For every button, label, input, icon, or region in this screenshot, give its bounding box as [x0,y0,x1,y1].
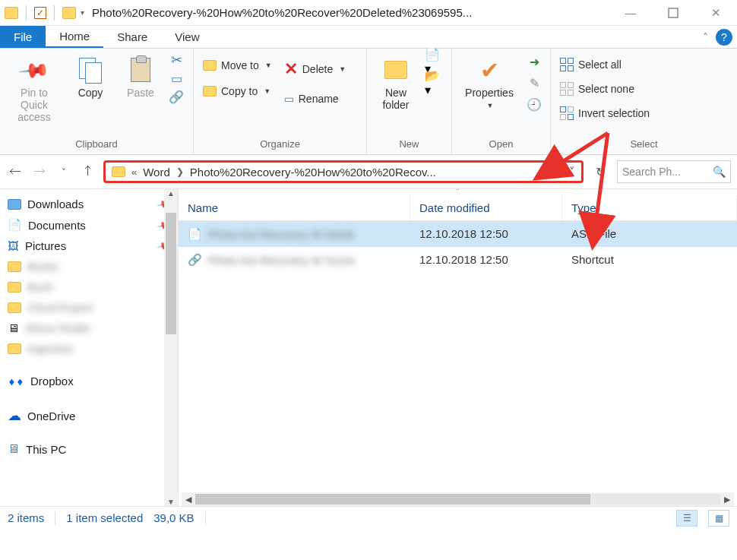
group-label: New [373,137,445,153]
pin-icon: 📌 [17,53,51,87]
view-thumbnails-button[interactable]: ▦ [708,510,729,527]
sidebar-item-documents[interactable]: 📄 Documents 📌 [3,214,175,236]
group-label: Organize [200,137,360,153]
check-icon: ✔ [480,57,499,84]
tab-share[interactable]: Share [103,26,161,48]
column-header-date[interactable]: Date modified [410,195,562,220]
edit-icon[interactable]: ✎ [527,76,542,90]
sidebar-item[interactable]: 🖥Altura Studio [3,318,175,338]
scrollbar-thumb[interactable] [195,494,590,505]
file-row[interactable]: 🔗Photo Ast Recovery W Score 12.10.2018 1… [179,247,737,273]
copy-path-icon[interactable]: ▭ [169,71,184,85]
sidebar-item[interactable]: Cloud Export [3,297,175,318]
pin-to-quick-access-button[interactable]: 📌 Pin to Quick access [6,53,62,123]
sidebar-scrollbar[interactable]: ▲ ▼ [164,189,178,506]
status-selection: 1 item selected [66,511,143,524]
column-header-name[interactable]: Name [179,195,410,220]
rename-button[interactable]: ▭ Rename [281,91,349,106]
properties-qat-icon[interactable]: ✓ [34,7,46,19]
overflow-chevron-icon[interactable]: « [131,166,137,178]
qat-dropdown-icon[interactable]: ▾ [81,8,84,17]
collapse-ribbon-icon[interactable]: ˄ [703,31,708,43]
column-header-type[interactable]: Type [562,195,737,220]
sidebar-item-dropbox[interactable]: ⬧⬧ Dropbox [3,369,175,393]
tab-view[interactable]: View [161,26,213,48]
sidebar-item-thispc[interactable]: 🖥 This PC [3,438,175,460]
status-bar: 2 items 1 item selected 39,0 KB ☰ ▦ [0,506,737,529]
folder-icon [112,166,125,177]
sidebar-item-pictures[interactable]: 🖼 Pictures 📌 [3,236,175,256]
address-dropdown-icon[interactable]: ˅ [569,165,575,179]
breadcrumb-segment[interactable]: Word [143,166,170,179]
scroll-up-icon[interactable]: ▲ [167,189,175,198]
icon: 🖥 [8,321,19,334]
invert-selection-button[interactable]: Invert selection [557,105,653,122]
tab-home[interactable]: Home [46,26,103,48]
view-details-button[interactable]: ☰ [676,510,697,527]
open-icon[interactable]: ➜ [527,55,542,68]
tab-file[interactable]: File [0,26,46,48]
sidebar-item-label: Dropbox [30,375,74,388]
address-bar[interactable]: « Word ❯ Photo%20Recovery-%20How%20to%20… [103,160,584,183]
move-to-button[interactable]: Move to ▼ [200,58,275,73]
forward-button[interactable]: 🡒 [30,163,49,181]
up-button[interactable]: 🡑 [79,163,97,181]
maximize-button[interactable] [652,0,694,26]
paste-shortcut-icon[interactable]: 🔗 [169,90,184,103]
back-button[interactable]: 🡐 [6,163,24,181]
scroll-right-icon[interactable]: ▶ [720,495,734,505]
file-row[interactable]: 📄Photo Ast Recovery W Week 12.10.2018 12… [179,221,737,247]
delete-button[interactable]: ✕ Delete ▼ [281,58,349,81]
folder-icon [8,282,21,293]
shortcut-icon: 🔗 [188,253,202,267]
button-label: Copy to [221,85,258,97]
ribbon-group-clipboard: 📌 Pin to Quick access Copy Paste ✂ ▭ 🔗 C… [0,49,194,154]
cut-icon[interactable]: ✂ [169,53,184,67]
select-all-icon [560,58,574,71]
easy-access-icon[interactable]: 📂▾ [425,76,440,90]
sidebar-item[interactable]: Buch [3,277,175,297]
sidebar-item-onedrive[interactable]: ☁ OneDrive [3,403,175,428]
breadcrumb-segment[interactable]: Photo%20Recovery-%20How%20to%20Recov... [190,166,436,179]
sidebar-item-label: This PC [26,443,66,456]
new-folder-button[interactable]: New folder [373,53,419,111]
select-all-button[interactable]: Select all [557,56,653,73]
sidebar-item-downloads[interactable]: Downloads 📌 [3,194,175,214]
scrollbar-thumb[interactable] [166,213,176,334]
minimize-button[interactable]: — [609,0,652,26]
file-type: ASD File [562,224,737,244]
paste-button[interactable]: Paste [119,53,163,99]
sidebar-item-label: Pictures [25,239,66,252]
status-item-count: 2 items [8,511,44,524]
folder-icon [203,86,217,96]
ribbon: 📌 Pin to Quick access Copy Paste ✂ ▭ 🔗 C… [0,49,737,155]
ribbon-tabs: File Home Share View ˄ ? [0,26,737,49]
copy-to-button[interactable]: Copy to ▼ [200,84,275,99]
help-button[interactable]: ? [716,29,732,46]
properties-button[interactable]: ✔ Properties ▼ [458,53,520,109]
chevron-right-icon[interactable]: ❯ [176,166,184,177]
button-label: Move to [221,59,259,71]
horizontal-scrollbar[interactable]: ◀ ▶ [182,492,734,506]
search-input[interactable]: Search Ph... 🔍 [617,160,731,183]
history-icon[interactable]: 🕘 [527,97,542,111]
separator [26,5,27,21]
scroll-down-icon[interactable]: ▼ [167,498,175,506]
folder-icon[interactable] [62,7,76,19]
new-item-icon[interactable]: 📄▾ [425,55,440,68]
refresh-button[interactable]: ↻ [590,161,611,182]
open-small-buttons: ➜ ✎ 🕘 [527,53,542,111]
scroll-left-icon[interactable]: ◀ [182,495,195,505]
sidebar-item-label: Downloads [27,198,84,210]
sidebar-item[interactable]: Ingestion [3,338,175,359]
invert-selection-icon [560,106,574,120]
navigation-pane[interactable]: Downloads 📌 📄 Documents 📌 🖼 Pictures 📌 B… [0,189,179,506]
button-label: New folder [373,87,419,111]
select-none-button[interactable]: Select none [557,81,653,97]
sidebar-item[interactable]: Books [3,256,175,277]
copy-button[interactable]: Copy [68,53,112,99]
recent-locations-button[interactable]: ˅ [55,163,73,181]
folder-icon [203,60,217,71]
ribbon-group-select: Select all Select none Invert selection … [551,49,737,154]
close-button[interactable]: ✕ [694,0,737,26]
